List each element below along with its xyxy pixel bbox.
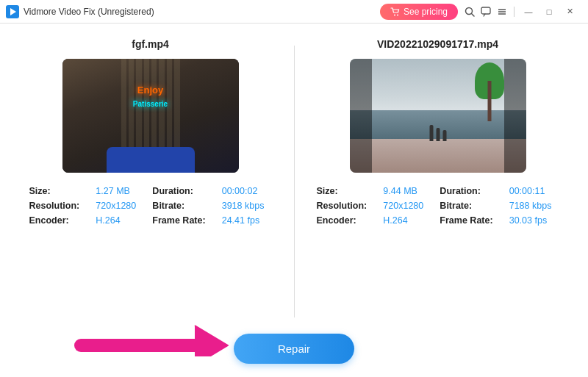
- right-info-grid: Size: 9.44 MB Duration: 00:00:11 Resolut…: [317, 186, 559, 226]
- left-framerate-value: 24.41 fps: [222, 215, 272, 226]
- svg-point-3: [397, 14, 398, 15]
- left-resolution-label: Resolution:: [29, 201, 87, 211]
- right-size-value: 9.44 MB: [383, 186, 431, 196]
- pricing-button[interactable]: See pricing: [380, 4, 458, 20]
- pricing-label: See pricing: [404, 7, 448, 17]
- right-framerate-label: Frame Rate:: [440, 215, 500, 226]
- app-logo: [6, 5, 19, 18]
- right-bitrate-label: Bitrate:: [440, 201, 500, 211]
- left-duration-value: 00:00:02: [222, 186, 272, 196]
- svg-rect-6: [481, 7, 490, 14]
- search-icon[interactable]: [464, 6, 476, 18]
- titlebar-icons: — □ ✕: [464, 4, 578, 20]
- right-resolution-value: 720x1280: [383, 201, 431, 211]
- menu-icon[interactable]: [496, 6, 508, 18]
- right-framerate-value: 30.03 fps: [509, 215, 559, 226]
- left-panel: fgf.mp4 Enjoy Patisserie: [7, 38, 294, 226]
- right-duration-label: Duration:: [440, 186, 500, 196]
- left-duration-label: Duration:: [152, 186, 212, 196]
- app-title: Vidmore Video Fix (Unregistered): [24, 7, 380, 17]
- left-size-label: Size:: [29, 186, 87, 196]
- cart-icon: [390, 7, 400, 16]
- right-encoder-value: H.264: [383, 215, 431, 226]
- maximize-button[interactable]: □: [541, 4, 557, 20]
- right-video-thumb: [350, 59, 526, 173]
- left-encoder-label: Encoder:: [29, 215, 87, 226]
- left-info-grid: Size: 1.27 MB Duration: 00:00:02 Resolut…: [29, 186, 272, 226]
- chat-icon[interactable]: [480, 6, 492, 18]
- right-duration-value: 00:00:11: [509, 186, 559, 196]
- svg-line-5: [472, 13, 475, 16]
- left-filename: fgf.mp4: [132, 38, 169, 50]
- right-bitrate-value: 7188 kbps: [509, 201, 559, 211]
- panels: fgf.mp4 Enjoy Patisserie: [0, 38, 588, 325]
- right-panel: VID20221029091717.mp4: [295, 38, 581, 226]
- left-resolution-value: 720x1280: [96, 201, 143, 211]
- minimize-button[interactable]: —: [520, 4, 537, 20]
- repair-button[interactable]: Repair: [234, 334, 354, 364]
- right-encoder-label: Encoder:: [317, 215, 375, 226]
- left-bitrate-label: Bitrate:: [152, 201, 212, 211]
- svg-point-2: [394, 14, 395, 15]
- main-content: fgf.mp4 Enjoy Patisserie: [0, 24, 588, 377]
- bottom-bar: Repair: [0, 325, 588, 370]
- right-size-label: Size:: [317, 186, 375, 196]
- right-resolution-label: Resolution:: [317, 201, 375, 211]
- titlebar-separator: [514, 7, 514, 17]
- left-bitrate-value: 3918 kbps: [222, 201, 272, 211]
- left-encoder-value: H.264: [96, 215, 143, 226]
- left-video-thumb: Enjoy Patisserie: [62, 59, 239, 173]
- titlebar: Vidmore Video Fix (Unregistered) See pri…: [0, 0, 588, 24]
- left-size-value: 1.27 MB: [96, 186, 143, 196]
- close-button[interactable]: ✕: [562, 4, 578, 20]
- left-framerate-label: Frame Rate:: [152, 215, 212, 226]
- right-filename: VID20221029091717.mp4: [377, 38, 498, 50]
